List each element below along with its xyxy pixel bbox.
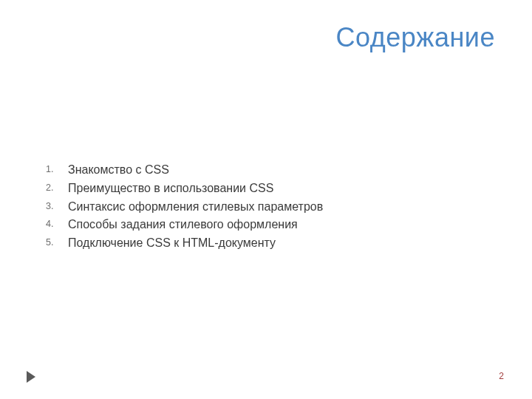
page-number: 2 xyxy=(499,371,504,381)
table-of-contents: Знакомство с CSS Преимущество в использо… xyxy=(46,161,323,253)
list-item: Синтаксис оформления стилевых параметров xyxy=(46,198,323,216)
page-title: Содержание xyxy=(336,22,495,53)
list-item: Знакомство с CSS xyxy=(46,161,323,180)
list-item: Преимущество в использовании CSS xyxy=(46,180,323,198)
next-slide-icon[interactable] xyxy=(27,371,35,383)
list-item: Способы задания стилевого оформления xyxy=(46,216,323,234)
list-item: Подключение CSS к HTML-документу xyxy=(46,234,323,253)
